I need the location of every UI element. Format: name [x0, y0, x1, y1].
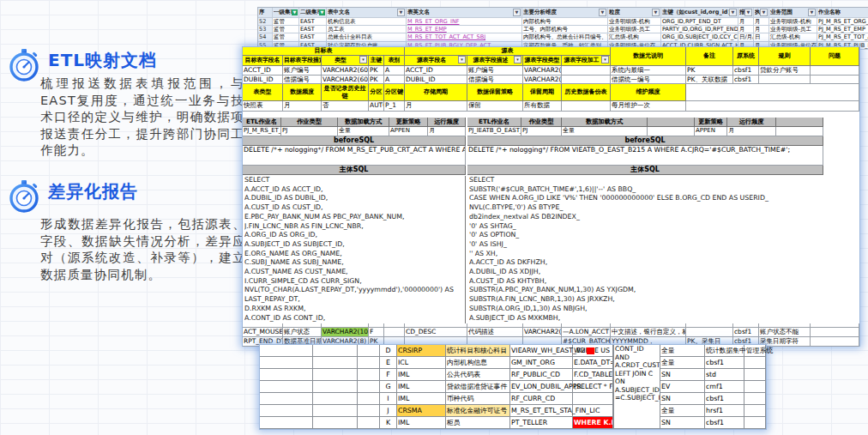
dropdown-icon[interactable]: ▼: [513, 9, 521, 16]
cell[interactable]: 数据加载方式: [338, 118, 389, 127]
cell[interactable]: PJ: [281, 127, 338, 136]
column-header[interactable]: 一级集市▼: [273, 8, 299, 18]
cell[interactable]: PK: [369, 66, 384, 76]
column-header[interactable]: 数据保留策略: [467, 84, 523, 101]
cell[interactable]: 全量: [562, 127, 648, 136]
cell[interactable]: PARTY_ID,ORG_ID,RPT_END_DT: [661, 26, 738, 33]
table-cn-name[interactable]: 公共代码表: [446, 369, 510, 381]
row-key[interactable]: I: [380, 393, 397, 405]
filter-condition[interactable]: F.CD_TABLE_: [573, 369, 613, 381]
cell[interactable]: 月: [283, 101, 322, 112]
cell[interactable]: [358, 369, 380, 381]
cell[interactable]: [744, 357, 766, 369]
cell[interactable]: [260, 393, 313, 405]
cell[interactable]: [358, 405, 380, 417]
source-system-code[interactable]: IML: [397, 393, 446, 405]
before-sql-left[interactable]: DELETE /*+ nologging*/ FROM M_RS_ET_PUB_…: [243, 146, 466, 166]
cell[interactable]: A: [384, 66, 405, 76]
cell[interactable]: APPEN: [389, 127, 428, 136]
before-sql-right[interactable]: DELETE /*+ nologging*/ FROM VIEATB_O_EAS…: [467, 146, 823, 166]
cell[interactable]: [811, 66, 859, 76]
cell[interactable]: PK: [369, 76, 384, 84]
cell[interactable]: 员工表: [327, 26, 407, 33]
cell[interactable]: 否: [322, 101, 369, 112]
column-header[interactable]: 分区: [369, 84, 384, 101]
cell[interactable]: [744, 405, 766, 417]
cell[interactable]: [260, 381, 313, 393]
column-header[interactable]: 保留周期: [523, 84, 562, 101]
cell[interactable]: F: [369, 328, 384, 337]
filter-condition[interactable]: [573, 393, 613, 405]
cell[interactable]: 快照表: [243, 101, 283, 112]
cell[interactable]: cbsf1: [733, 328, 759, 337]
dropdown-icon[interactable]: ▼: [599, 9, 606, 16]
cell[interactable]: 月: [754, 26, 769, 33]
join-clause-cell[interactable]: CONT_ID AND A.CRDT_CUST_ID=B.CUST_ID LEF…: [613, 345, 660, 429]
cell[interactable]: [686, 328, 733, 337]
cell[interactable]: [260, 369, 313, 381]
row-key[interactable]: J: [380, 405, 397, 417]
cell[interactable]: [260, 417, 313, 429]
row-key[interactable]: F: [380, 369, 397, 381]
column-header[interactable]: 维护频度: [611, 84, 686, 101]
column-header[interactable]: 源表字段加工▾: [562, 56, 611, 66]
cell[interactable]: 监管: [273, 18, 299, 26]
cell[interactable]: cbsf1: [733, 66, 759, 76]
row-number[interactable]: 54: [258, 33, 273, 41]
row-key[interactable]: E: [380, 357, 397, 369]
cell[interactable]: ETL作业名: [243, 118, 281, 127]
dropdown-icon[interactable]: ▾: [458, 56, 466, 63]
load-frequency[interactable]: SN: [660, 417, 705, 429]
cell[interactable]: [260, 405, 313, 417]
column-header[interactable]: 历史数据备份表: [562, 84, 611, 101]
source-system-code[interactable]: CRSMA: [397, 405, 446, 417]
table-en-name[interactable]: M_RS_ET_ETL_STA_FIN_LIC: [510, 405, 573, 417]
sql-body-left[interactable]: SELECT A.ACCT_ID AS ACCT_ID, A.DUBIL_ID …: [244, 176, 466, 323]
column-header[interactable]: 业务范围▼: [769, 8, 817, 18]
row-key[interactable]: D: [380, 345, 397, 357]
cell[interactable]: —A.LON_ACCT: [562, 328, 611, 337]
cell[interactable]: 账户状态: [283, 328, 322, 337]
load-frequency[interactable]: SN: [660, 369, 705, 381]
cell[interactable]: ORG_ID,SUBJECT_ID,CCY_CD,ACT_DT: [661, 33, 738, 41]
dropdown-icon[interactable]: ▾: [514, 56, 521, 63]
cell[interactable]: [776, 118, 823, 127]
cell[interactable]: 月: [738, 26, 754, 33]
cell[interactable]: PK、关联数据: [686, 76, 733, 84]
cell[interactable]: [313, 417, 358, 429]
cell[interactable]: [686, 101, 859, 112]
cell[interactable]: 总账会计全科目表: [327, 33, 407, 41]
cell[interactable]: ACT_MOUSE_STS: [243, 328, 283, 337]
cell[interactable]: [759, 76, 811, 84]
cell[interactable]: [313, 393, 358, 405]
row-number[interactable]: 53: [258, 26, 273, 33]
cell[interactable]: VARCHAR2(60): [523, 66, 562, 76]
cell[interactable]: [744, 381, 766, 393]
table-en-name[interactable]: EV_LON_DUBIL_APPR: [510, 381, 573, 393]
cell[interactable]: 汇总级-机构: [769, 33, 817, 41]
cell[interactable]: 月: [738, 18, 754, 26]
cell[interactable]: [562, 66, 611, 76]
row-number[interactable]: 52: [258, 18, 273, 26]
column-header[interactable]: 目标表字段名▾: [243, 56, 283, 66]
table-cn-name[interactable]: 统计科目和核心科目: [446, 345, 510, 357]
cell[interactable]: 运行频度: [428, 118, 466, 127]
column-header[interactable]: 表英文名▼: [407, 8, 522, 18]
cell[interactable]: 数据加载方式: [562, 118, 648, 127]
cell[interactable]: ACCT_ID: [243, 66, 283, 76]
filter-condition[interactable]: E.DATA_DT=T: [573, 357, 613, 369]
cell[interactable]: 代码描述: [467, 328, 523, 337]
table-name-link[interactable]: M_RS_ET_TOT_ACT_ACT_SBJ: [407, 33, 522, 41]
sql-body-right[interactable]: SELECT SUBSTR('#$CUR_BATCH_TIME#',1,6)||…: [469, 176, 823, 323]
cell[interactable]: 作业类型: [281, 118, 338, 127]
column-header[interactable]: 序: [258, 8, 273, 18]
column-header[interactable]: 类型▾: [322, 56, 369, 66]
cell[interactable]: 内部机构号、总账会计科目编号、币种: [522, 33, 608, 41]
cell[interactable]: 贷款分户账号: [759, 66, 811, 76]
column-header[interactable]: 数据频度: [283, 84, 322, 101]
load-frequency[interactable]: 全量: [660, 357, 705, 369]
cell[interactable]: CD_DESC: [405, 328, 467, 337]
table-name-link[interactable]: M_RS_ET_ORG_INF: [407, 18, 522, 26]
cell[interactable]: 业务明细级-机构: [769, 18, 817, 26]
cell[interactable]: [358, 381, 380, 393]
